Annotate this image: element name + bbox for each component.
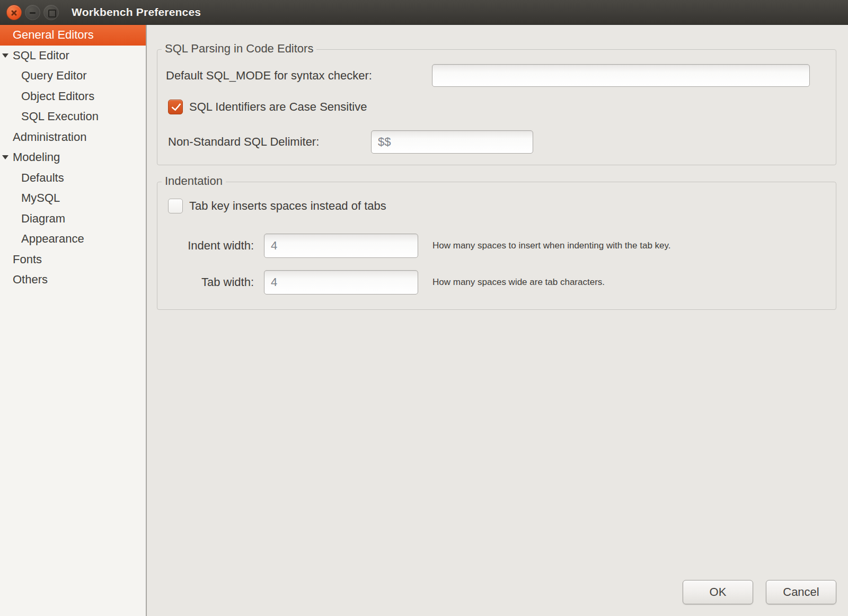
- sql-parsing-legend: SQL Parsing in Code Editors: [162, 42, 316, 56]
- tab-spaces-label: Tab key inserts spaces instead of tabs: [189, 199, 386, 213]
- sidebar-item-label: Appearance: [21, 232, 84, 246]
- indentation-legend: Indentation: [162, 174, 226, 188]
- sidebar-item-label: Fonts: [13, 253, 42, 266]
- ok-button[interactable]: OK: [683, 580, 753, 604]
- expander-icon[interactable]: [2, 155, 8, 159]
- delimiter-input[interactable]: [371, 130, 533, 154]
- delimiter-label: Non-Standard SQL Delimiter:: [168, 130, 319, 154]
- expander-icon[interactable]: [2, 53, 8, 58]
- case-sensitive-label: SQL Identifiers are Case Sensitive: [189, 100, 367, 114]
- sql-mode-input[interactable]: [432, 64, 810, 87]
- cancel-button[interactable]: Cancel: [766, 580, 836, 604]
- sidebar-item-others[interactable]: Others: [0, 270, 146, 290]
- sidebar-item-sql-execution[interactable]: SQL Execution: [0, 106, 146, 127]
- sidebar-item-label: Administration: [13, 130, 86, 144]
- sidebar-item-label: Query Editor: [21, 69, 87, 83]
- close-icon[interactable]: [6, 5, 22, 20]
- sidebar-item-administration[interactable]: Administration: [0, 127, 146, 148]
- sidebar-item-fonts[interactable]: Fonts: [0, 249, 146, 270]
- titlebar: Workbench Preferences: [0, 0, 848, 25]
- sidebar-item-general-editors[interactable]: General Editors: [0, 25, 146, 46]
- indent-width-help: How many spaces to insert when indenting…: [432, 234, 670, 258]
- indent-width-input[interactable]: [264, 234, 418, 258]
- sidebar-item-label: General Editors: [13, 28, 94, 42]
- minimize-icon[interactable]: [25, 5, 40, 20]
- sidebar-item-object-editors[interactable]: Object Editors: [0, 86, 146, 107]
- tab-spaces-checkbox[interactable]: [168, 199, 183, 213]
- sidebar-item-label: SQL Editor: [13, 49, 69, 63]
- sidebar-item-label: Others: [13, 273, 48, 287]
- sql-mode-label: Default SQL_MODE for syntax checker:: [166, 64, 372, 87]
- maximize-icon[interactable]: [43, 5, 59, 20]
- sidebar-item-query-editor[interactable]: Query Editor: [0, 66, 146, 86]
- sidebar-item-label: Object Editors: [21, 90, 94, 103]
- indentation-groupbox: Indentation Tab key inserts spaces inste…: [157, 182, 836, 310]
- sidebar-item-label: Diagram: [21, 212, 65, 226]
- sql-parsing-groupbox: SQL Parsing in Code Editors Default SQL_…: [157, 49, 836, 165]
- sidebar-item-label: SQL Execution: [21, 110, 99, 123]
- indent-width-label: Indent width:: [166, 234, 254, 258]
- sidebar-item-appearance[interactable]: Appearance: [0, 229, 146, 249]
- case-sensitive-checkbox[interactable]: [168, 100, 183, 114]
- sidebar-item-diagram[interactable]: Diagram: [0, 209, 146, 229]
- sidebar-item-mysql[interactable]: MySQL: [0, 188, 146, 209]
- sidebar-item-defaults[interactable]: Defaults: [0, 168, 146, 189]
- sidebar-item-modeling[interactable]: Modeling: [0, 147, 146, 168]
- sidebar-item-sql-editor[interactable]: SQL Editor: [0, 46, 146, 66]
- preferences-sidebar: General Editors SQL Editor Query Editor …: [0, 25, 147, 616]
- sidebar-item-label: Defaults: [21, 171, 64, 185]
- tab-width-input[interactable]: [264, 270, 418, 294]
- tab-width-help: How many spaces wide are tab characters.: [432, 270, 605, 294]
- sidebar-item-label: Modeling: [13, 150, 60, 164]
- sidebar-item-label: MySQL: [21, 191, 60, 205]
- window-title: Workbench Preferences: [72, 6, 201, 19]
- tab-width-label: Tab width:: [166, 270, 254, 294]
